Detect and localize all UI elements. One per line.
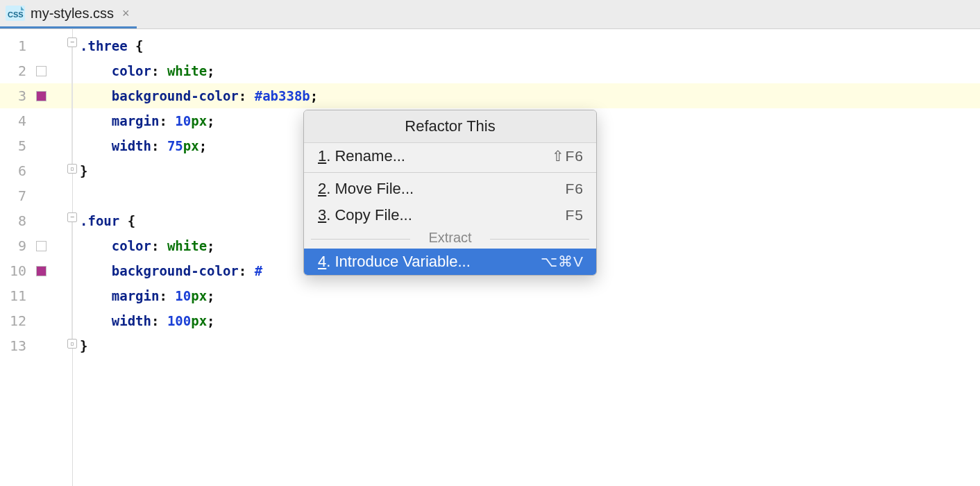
popup-separator — [304, 172, 596, 173]
code-line[interactable]: } — [73, 333, 980, 358]
css-file-icon: CSS — [6, 6, 25, 21]
code-line-highlighted[interactable]: background-color: #ab338b; — [73, 83, 980, 108]
line-number: 11 — [7, 287, 26, 304]
popup-item-rename[interactable]: 1. Rename... ⇧F6 — [304, 143, 596, 169]
line-number: 9 — [7, 237, 26, 254]
line-number: 6 — [7, 162, 26, 179]
popup-item-label: 1. Rename... — [318, 147, 405, 165]
color-swatch-ab338b[interactable] — [36, 91, 47, 101]
line-number: 12 — [7, 312, 26, 329]
line-number: 10 — [7, 262, 26, 279]
code-line[interactable]: margin: 10px; — [73, 283, 980, 308]
popup-item-shortcut: ⇧F6 — [552, 148, 584, 165]
line-number: 2 — [7, 62, 26, 79]
line-number: 7 — [7, 187, 26, 204]
line-number: 13 — [7, 337, 26, 354]
color-swatch-ab338b[interactable] — [36, 266, 47, 276]
editor-tab[interactable]: CSS my-styles.css × — [0, 0, 137, 28]
line-number: 1 — [7, 37, 26, 54]
code-line[interactable]: width: 100px; — [73, 308, 980, 333]
popup-item-introduce-variable[interactable]: 4. Introduce Variable... ⌥⌘V — [304, 249, 596, 275]
popup-item-label: 3. Copy File... — [318, 206, 412, 224]
line-number: 5 — [7, 137, 26, 154]
popup-item-label: 4. Introduce Variable... — [318, 253, 471, 271]
editor-tab-bar: CSS my-styles.css × — [0, 0, 980, 29]
color-swatch-white[interactable] — [36, 66, 47, 76]
line-number: 8 — [7, 212, 26, 229]
popup-item-label: 2. Move File... — [318, 180, 414, 198]
tab-filename: my-styles.css — [31, 6, 114, 22]
popup-title: Refactor This — [304, 110, 596, 143]
close-icon[interactable]: × — [122, 6, 130, 21]
svg-text:CSS: CSS — [8, 10, 24, 19]
line-number: 3 — [7, 87, 26, 104]
code-line[interactable]: .three { — [73, 33, 980, 58]
refactor-popup: Refactor This 1. Rename... ⇧F6 2. Move F… — [303, 110, 597, 276]
popup-item-move-file[interactable]: 2. Move File... F6 — [304, 176, 596, 202]
editor-gutter: 1 2 3 4 5 6 7 8 9 10 11 12 13 — [0, 29, 73, 486]
popup-item-copy-file[interactable]: 3. Copy File... F5 — [304, 202, 596, 228]
popup-item-shortcut: F6 — [565, 181, 584, 197]
line-number: 4 — [7, 112, 26, 129]
popup-item-shortcut: ⌥⌘V — [541, 253, 584, 270]
popup-item-shortcut: F5 — [565, 207, 584, 224]
popup-section-extract: Extract — [304, 228, 596, 249]
color-swatch-white[interactable] — [36, 241, 47, 251]
code-line[interactable]: color: white; — [73, 58, 980, 83]
